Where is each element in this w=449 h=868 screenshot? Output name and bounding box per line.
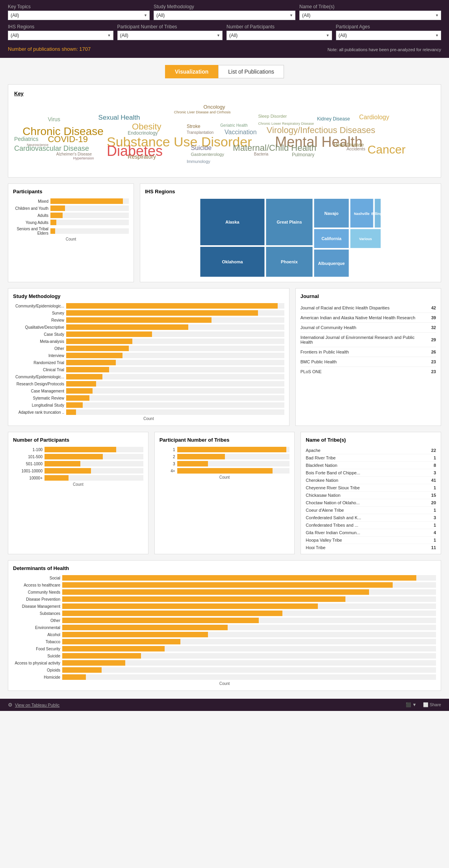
footer-share[interactable]: ⬜ Share: [423, 702, 441, 707]
bar-container: [50, 205, 129, 211]
filter-select-name-of[interactable]: (All): [299, 11, 441, 20]
tribe-count: 1: [434, 455, 436, 460]
tribe-row: Bad River Tribe1: [306, 454, 436, 462]
bar-container: [50, 213, 129, 218]
bar-row: Meta-analysis: [13, 339, 284, 344]
tribes-title: Name of Tribe(s): [306, 437, 436, 443]
bar-row: Substances: [13, 611, 436, 616]
methodology-bar-chart: Community/Epidemiologic...SurveyReviewQu…: [13, 303, 284, 415]
tribe-rows: Apache22Bad River Tribe1Blackfeet Nation…: [306, 447, 436, 549]
bar-container: [66, 346, 284, 351]
filter-select-participant-number[interactable]: (All): [117, 31, 223, 40]
bar-label: Community/Epidemiologic...: [13, 304, 64, 308]
bar-row: 4+: [160, 468, 290, 474]
bar-row: Tobacco: [13, 639, 436, 644]
pub-count: Number of publications shown: 1707: [8, 46, 91, 52]
participants-title: Participants: [13, 189, 129, 194]
bar-container: [45, 447, 143, 452]
bar-row: Interview: [13, 353, 284, 358]
bar-fill: [62, 582, 393, 588]
bar-fill: [66, 346, 129, 351]
bar-label: 3: [160, 462, 175, 466]
bar-container: [62, 653, 436, 659]
bar-container: [62, 646, 436, 651]
filter-label-study-methodology: Study Methodology: [154, 4, 295, 9]
methodology-axis-label: Count: [13, 416, 284, 421]
bar-container: [177, 447, 290, 452]
bar-label: Other: [13, 346, 64, 351]
tribe-name: Bois Forte Band of Chippe...: [306, 470, 434, 475]
word-cloud-word: Kidney Disease: [317, 116, 350, 122]
word-cloud-word: Accidents: [347, 146, 366, 151]
filter-group-ihs-regions: IHS Regions (All): [8, 24, 113, 40]
ihs-treemap: AlaskaGreat PlainsNavajoNashvilleBilling…: [145, 198, 436, 277]
bar-label: Adults: [13, 213, 48, 218]
bar-row: Food Security: [13, 646, 436, 651]
journal-row: PLoS ONE23: [301, 367, 436, 376]
journal-name: Journal of Community Health: [301, 325, 431, 330]
bar-fill: [66, 360, 116, 365]
bar-row: Environmental: [13, 625, 436, 630]
num-participants-title: Number of Participants: [13, 437, 143, 443]
tab-visualization[interactable]: Visualization: [165, 65, 218, 78]
filter-select-num-participants[interactable]: (All): [226, 31, 332, 40]
bar-fill: [62, 632, 208, 637]
tribe-name: Blackfeet Nation: [306, 463, 434, 468]
footer-controls[interactable]: ⬛ ▼: [406, 702, 417, 707]
svg-text:Alaska: Alaska: [225, 220, 239, 224]
bar-label: Suicide: [13, 654, 60, 658]
tribe-count: 1: [434, 523, 436, 527]
main-content: Key OncologyVirusSexual HealthChronic Li…: [0, 84, 449, 699]
bar-fill: [62, 667, 102, 673]
word-cloud-word: Cardiovascular Disease: [14, 144, 89, 153]
footer-label[interactable]: View on Tableau Public: [15, 703, 59, 707]
bar-fill: [62, 639, 180, 644]
participants-axis-label: Count: [13, 237, 129, 241]
word-cloud-word: Cardiology: [359, 114, 389, 121]
tribe-count: 4: [434, 530, 436, 535]
bar-fill: [62, 589, 369, 595]
bar-row: Opioids: [13, 667, 436, 673]
bar-label: 10000+: [13, 476, 43, 480]
filter-select-key-topics[interactable]: (All): [8, 11, 150, 20]
tab-list-publications[interactable]: List of Publications: [218, 65, 284, 78]
bar-container: [66, 402, 284, 408]
word-cloud-word: Alzheimer's Disease: [56, 152, 92, 156]
bar-label: Homicide: [13, 675, 60, 679]
filter-select-participant-ages[interactable]: (All): [336, 31, 442, 40]
participants-ihs-row: Participants MixedChildren and YouthAdul…: [8, 183, 441, 282]
tribe-count: 1: [434, 485, 436, 490]
filter-select-study-methodology[interactable]: (All): [154, 11, 295, 20]
bar-row: Qualitative/Descriptive: [13, 324, 284, 330]
bar-fill: [66, 303, 278, 309]
filter-select-ihs-regions[interactable]: (All): [8, 31, 113, 40]
bar-container: [62, 603, 436, 609]
determinants-bar-chart: SocialAccess to healthcareCommunity Need…: [13, 575, 436, 680]
bar-container: [177, 454, 290, 459]
svg-text:Navajo: Navajo: [324, 211, 338, 216]
bar-row: Other: [13, 346, 284, 351]
tribe-row: Hoopa Valley Tribe1: [306, 537, 436, 544]
bar-label: Food Security: [13, 647, 60, 651]
svg-text:Great Plains: Great Plains: [276, 220, 302, 224]
bar-container: [66, 353, 284, 358]
bar-container: [66, 395, 284, 401]
tribe-count: 15: [431, 493, 436, 498]
bar-fill: [66, 310, 258, 316]
participant-num-tribes-axis-label: Count: [160, 475, 290, 479]
tribe-name: Apache: [306, 448, 431, 453]
bar-label: Case Study: [13, 332, 64, 337]
bar-container: [62, 632, 436, 637]
bar-label: Seniors and Tribal Elders: [13, 227, 48, 235]
determinants-card: Determinants of Health SocialAccess to h…: [8, 560, 441, 691]
bar-row: Community/Epidemiologic...: [13, 374, 284, 379]
bar-row: Young Adults: [13, 220, 129, 225]
bar-row: Community/Epidemiologic...: [13, 303, 284, 309]
tribe-name: Gila River Indian Commun...: [306, 530, 434, 535]
bar-fill: [66, 367, 109, 372]
bar-label: Tobacco: [13, 640, 60, 644]
bar-container: [62, 618, 436, 623]
bar-fill: [45, 461, 80, 466]
tribe-name: Hoopa Valley Tribe: [306, 538, 434, 542]
bar-fill: [62, 674, 86, 680]
